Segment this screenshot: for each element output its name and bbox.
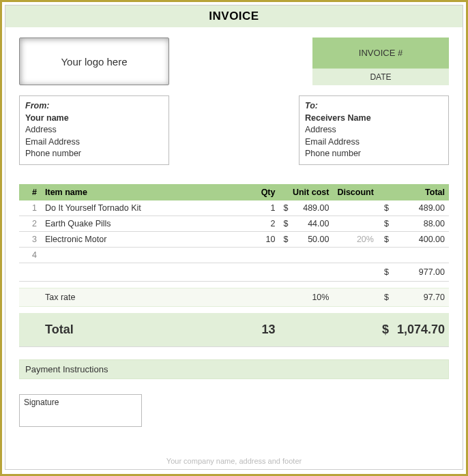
from-heading: From:: [25, 100, 163, 113]
from-box[interactable]: From: Your name Address Email Address Ph…: [19, 95, 169, 165]
row-total-currency: $: [378, 231, 393, 247]
row-qty: [246, 247, 279, 263]
row-item-name: Earth Quake Pills: [41, 215, 246, 231]
row-unit-currency: $: [279, 200, 292, 216]
signature-box[interactable]: Signature: [19, 394, 142, 427]
row-unit-currency: $: [279, 231, 292, 247]
row-unit-currency: [279, 247, 292, 263]
row-total-currency: $: [378, 200, 393, 216]
from-email: Email Address: [25, 136, 163, 149]
col-unit: Unit cost: [279, 184, 333, 200]
row-qty: 10: [246, 231, 279, 247]
col-num: #: [19, 184, 41, 200]
tax-rate: 10%: [279, 288, 333, 306]
col-item: Item name: [41, 184, 246, 200]
footer-text: Your company name, address and footer: [5, 457, 463, 465]
row-total-currency: [378, 247, 393, 263]
from-phone: Phone number: [25, 148, 163, 160]
to-phone: Phone number: [305, 148, 443, 160]
row-discount: 20%: [333, 231, 377, 247]
tax-row: Tax rate 10% $ 97.70: [19, 288, 449, 306]
row-total: 88.00: [393, 215, 449, 231]
col-qty: Qty: [246, 184, 279, 200]
row-total: 400.00: [393, 231, 449, 247]
from-name: Your name: [25, 113, 163, 125]
col-total: Total: [378, 184, 449, 200]
to-address: Address: [305, 124, 443, 136]
table-header-row: # Item name Qty Unit cost Discount Total: [19, 184, 449, 200]
row-total: [393, 247, 449, 263]
subtotal-value: 977.00: [393, 263, 449, 281]
row-num: 4: [19, 247, 41, 263]
invoice-number-label: INVOICE #: [312, 38, 449, 68]
row-unit-currency: $: [279, 215, 292, 231]
invoice-inner: INVOICE Your logo here INVOICE # DATE Fr…: [5, 5, 463, 470]
row-unit-cost: 50.00: [292, 231, 333, 247]
row-item-name: Do It Yourself Tornado Kit: [41, 200, 246, 216]
total-label: Total: [41, 313, 246, 347]
payment-instructions[interactable]: Payment Instructions: [19, 359, 449, 379]
items-table-wrap: # Item name Qty Unit cost Discount Total…: [5, 165, 463, 348]
row-item-name: [41, 247, 246, 263]
subtotal-currency: $: [378, 263, 393, 281]
row-total: 489.00: [393, 200, 449, 216]
row-num: 3: [19, 231, 41, 247]
row-discount: [333, 215, 377, 231]
tax-value: 97.70: [393, 288, 449, 306]
table-row: 3Electronic Motor10$50.0020%$400.00: [19, 231, 449, 247]
row-qty: 1: [246, 200, 279, 216]
tax-currency: $: [378, 288, 393, 306]
total-currency: $: [378, 313, 393, 347]
row-unit-cost: [292, 247, 333, 263]
page-title: INVOICE: [5, 5, 463, 27]
items-table: # Item name Qty Unit cost Discount Total…: [19, 184, 449, 348]
row-qty: 2: [246, 215, 279, 231]
table-row: 2Earth Quake Pills2$44.00$88.00: [19, 215, 449, 231]
row-discount: [333, 247, 377, 263]
invoice-date-label: DATE: [312, 68, 449, 85]
row-discount: [333, 200, 377, 216]
row-item-name: Electronic Motor: [41, 231, 246, 247]
col-discount: Discount: [333, 184, 377, 200]
table-row: 1Do It Yourself Tornado Kit1$489.00$489.…: [19, 200, 449, 216]
total-qty: 13: [246, 313, 279, 347]
logo-placeholder[interactable]: Your logo here: [19, 38, 169, 85]
to-heading: To:: [305, 100, 443, 113]
invoice-page: INVOICE Your logo here INVOICE # DATE Fr…: [0, 0, 468, 476]
table-row: 4: [19, 247, 449, 263]
address-row: From: Your name Address Email Address Ph…: [5, 85, 463, 165]
row-num: 1: [19, 200, 41, 216]
header-row: Your logo here INVOICE # DATE: [5, 27, 463, 85]
tax-label: Tax rate: [41, 288, 246, 306]
subtotal-row: $ 977.00: [19, 263, 449, 281]
row-total-currency: $: [378, 215, 393, 231]
to-name: Receivers Name: [305, 113, 443, 125]
row-unit-cost: 44.00: [292, 215, 333, 231]
invoice-meta: INVOICE # DATE: [312, 38, 449, 85]
total-value: 1,074.70: [393, 313, 449, 347]
to-email: Email Address: [305, 136, 443, 149]
row-unit-cost: 489.00: [292, 200, 333, 216]
from-address: Address: [25, 124, 163, 136]
to-box[interactable]: To: Receivers Name Address Email Address…: [299, 95, 449, 165]
total-row: Total 13 $ 1,074.70: [19, 313, 449, 347]
row-num: 2: [19, 215, 41, 231]
